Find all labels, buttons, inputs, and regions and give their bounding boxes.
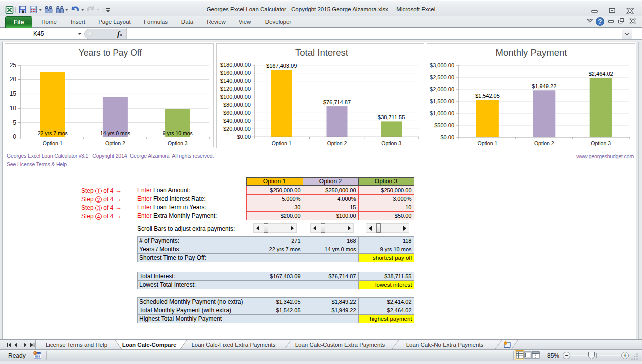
svg-text:Monthly Payment: Monthly Payment xyxy=(496,47,567,58)
svg-text:$1,000.00: $1,000.00 xyxy=(430,110,454,116)
svg-text:$60,000.00: $60,000.00 xyxy=(223,110,251,116)
svg-text:14 yrs 0 mos: 14 yrs 0 mos xyxy=(100,130,130,136)
svg-text:$180,000.00: $180,000.00 xyxy=(220,62,251,68)
svg-text:Years to Pay Off: Years to Pay Off xyxy=(79,48,142,58)
svg-text:22 yrs 7 mos: 22 yrs 7 mos xyxy=(38,130,68,136)
svg-text:Option 3: Option 3 xyxy=(591,140,611,146)
svg-text:$1,542.05: $1,542.05 xyxy=(475,93,500,99)
svg-text:Option 3: Option 3 xyxy=(381,140,401,146)
svg-text:$120,000.00: $120,000.00 xyxy=(220,86,251,92)
svg-text:$0.00: $0.00 xyxy=(440,134,454,140)
svg-text:Option 2: Option 2 xyxy=(105,140,125,146)
svg-text:$0.00: $0.00 xyxy=(237,134,251,140)
svg-text:Option 2: Option 2 xyxy=(534,140,554,146)
svg-text:$160,000.00: $160,000.00 xyxy=(220,70,251,76)
svg-text:$1,949.22: $1,949.22 xyxy=(532,83,556,89)
svg-text:$20,000.00: $20,000.00 xyxy=(223,126,251,132)
svg-text:Total Interest: Total Interest xyxy=(295,47,348,58)
svg-text:Option 1: Option 1 xyxy=(272,140,292,146)
svg-text:9 yrs 10 mos: 9 yrs 10 mos xyxy=(163,130,193,136)
svg-text:Option 2: Option 2 xyxy=(327,140,347,146)
svg-text:$40,000.00: $40,000.00 xyxy=(223,118,251,124)
svg-text:$500.00: $500.00 xyxy=(434,122,454,128)
svg-text:25: 25 xyxy=(10,62,17,69)
svg-text:$2,500.00: $2,500.00 xyxy=(430,74,454,80)
svg-text:$167,403.09: $167,403.09 xyxy=(266,63,297,69)
svg-text:5: 5 xyxy=(13,119,16,126)
svg-text:$2,464.02: $2,464.02 xyxy=(589,71,613,77)
svg-text:$100,000.00: $100,000.00 xyxy=(220,94,251,100)
svg-text:Option 3: Option 3 xyxy=(168,140,188,146)
svg-text:?: ? xyxy=(598,18,602,25)
svg-text:Option 1: Option 1 xyxy=(43,140,63,146)
svg-text:$2,000.00: $2,000.00 xyxy=(430,86,454,92)
svg-text:$76,714.87: $76,714.87 xyxy=(323,99,351,105)
svg-text:Option 1: Option 1 xyxy=(478,140,498,146)
svg-text:15: 15 xyxy=(10,90,17,97)
svg-text:$38,711.55: $38,711.55 xyxy=(378,114,405,120)
svg-text:$140,000.00: $140,000.00 xyxy=(220,78,251,84)
svg-text:20: 20 xyxy=(10,76,17,83)
svg-text:0: 0 xyxy=(13,133,16,140)
svg-text:10: 10 xyxy=(10,105,17,112)
svg-text:$3,000.00: $3,000.00 xyxy=(430,62,454,68)
svg-text:$1,500.00: $1,500.00 xyxy=(430,98,454,104)
svg-text:$80,000.00: $80,000.00 xyxy=(223,102,251,108)
